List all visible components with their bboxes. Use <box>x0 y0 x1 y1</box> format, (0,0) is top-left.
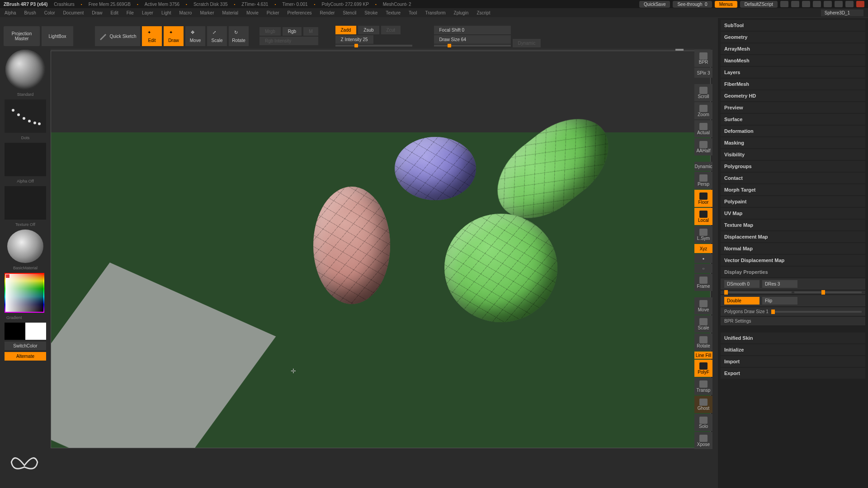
z-intensity-slider[interactable] <box>335 45 412 47</box>
m-button[interactable]: M <box>303 27 318 36</box>
draw-button[interactable]: ✦Draw <box>164 26 184 46</box>
panel-item[interactable]: ArrayMesh <box>721 43 865 54</box>
panel-item[interactable]: Unified Skin <box>721 333 865 343</box>
panel-item[interactable]: Geometry <box>721 32 865 42</box>
window-icon[interactable] <box>813 1 821 7</box>
mrgb-button[interactable]: Mrgb <box>259 27 281 36</box>
menu-item[interactable]: Material <box>222 10 239 15</box>
panel-item[interactable]: Contact <box>721 173 865 183</box>
switchcolor-button[interactable]: SwitchColor <box>5 342 46 350</box>
scale-button[interactable]: ⤢Scale <box>207 26 227 46</box>
drawsize-slider[interactable] <box>434 45 511 47</box>
draw-size[interactable]: Draw Size 64 <box>434 35 511 44</box>
actual-button[interactable]: Actual <box>694 120 712 137</box>
texture-slot[interactable] <box>5 186 46 220</box>
default-script[interactable]: DefaultZScript <box>740 1 778 8</box>
panel-item[interactable]: Geometry HD <box>721 90 865 101</box>
panel-item[interactable]: Displacement Map <box>721 231 865 242</box>
menu-item[interactable]: Brush <box>24 10 36 15</box>
dres-field[interactable]: DRes 3 <box>762 280 797 288</box>
polydraw-label[interactable]: Polygons Draw Size 1 <box>724 309 769 314</box>
close-icon[interactable] <box>856 1 864 7</box>
scale-nav-button[interactable]: Scale <box>694 315 712 333</box>
menu-item[interactable]: Tool <box>409 10 417 15</box>
lsym-button[interactable]: L.Sym <box>694 226 712 243</box>
panel-item[interactable]: Normal Map <box>721 243 865 254</box>
polydraw-slider[interactable] <box>771 311 862 313</box>
polyf-button[interactable]: PolyF <box>694 360 712 377</box>
ghost-button[interactable]: Ghost <box>694 396 712 413</box>
panel-item[interactable]: Preview <box>721 102 865 113</box>
flip-button[interactable]: Flip <box>762 297 797 305</box>
menu-item[interactable]: Edit <box>111 10 118 15</box>
frame-button[interactable]: Frame <box>694 274 712 291</box>
floor-button[interactable]: Floor <box>694 190 712 207</box>
linefill-button[interactable]: Line Fill <box>694 352 712 359</box>
z-intensity-label[interactable]: Z Intensity 25 <box>335 35 373 44</box>
focal-shift[interactable]: Focal Shift 0 <box>434 26 511 34</box>
panel-item[interactable]: Vector Displacement Map <box>721 255 865 266</box>
quicksave-button[interactable]: QuickSave <box>639 1 670 8</box>
viewport[interactable]: ✛ <box>51 51 711 448</box>
panel-item[interactable]: Export <box>721 368 865 379</box>
brush-thumbnail[interactable] <box>5 50 45 89</box>
zadd-button[interactable]: Zadd <box>335 26 357 34</box>
edit-button[interactable]: ✦Edit <box>142 26 162 46</box>
menu-item[interactable]: Layer <box>142 10 153 15</box>
circle-button[interactable]: ○ <box>694 264 712 273</box>
dres-slider[interactable] <box>794 291 862 293</box>
bpr-settings[interactable]: BPR Settings <box>721 317 865 325</box>
solo-button[interactable]: Solo <box>694 414 712 431</box>
panel-item[interactable]: Initialize <box>721 344 865 355</box>
rotate-nav-button[interactable]: Rotate <box>694 333 712 351</box>
dot-button[interactable]: ● <box>694 254 712 263</box>
panel-item[interactable]: Layers <box>721 67 865 78</box>
menu-item[interactable]: Alpha <box>5 10 16 15</box>
window-icon[interactable] <box>791 1 799 7</box>
transp-button[interactable]: Transp <box>694 378 712 395</box>
lightbox-button[interactable]: LightBox <box>42 26 73 46</box>
menu-item[interactable]: Zscript <box>476 10 490 15</box>
window-icon[interactable] <box>780 1 788 7</box>
panel-item[interactable]: Visibility <box>721 149 865 160</box>
dynamic-button[interactable]: Dynamic <box>513 39 541 47</box>
menu-item[interactable]: Picker <box>267 10 279 15</box>
xpose-button[interactable]: Xpose <box>694 432 712 449</box>
panel-item[interactable]: Texture Map <box>721 220 865 230</box>
zoom-button[interactable]: Zoom <box>694 102 712 119</box>
tool-dropdown[interactable]: Sphere3D_1 <box>821 9 863 16</box>
display-properties-header[interactable]: Display Properties <box>721 267 865 277</box>
menu-item[interactable]: File <box>127 10 134 15</box>
scroll-button[interactable]: Scroll <box>694 84 712 101</box>
panel-item[interactable]: UV Map <box>721 208 865 219</box>
menu-item[interactable]: Render <box>320 10 335 15</box>
rotate-button[interactable]: ↻Rotate <box>229 26 249 46</box>
rgb-intensity[interactable]: Rgb Intensity <box>259 37 318 45</box>
menu-item[interactable]: Color <box>44 10 55 15</box>
move-nav-button[interactable]: Move <box>694 297 712 314</box>
dynamic-toggle[interactable]: Dynamic <box>694 162 712 171</box>
zcut-button[interactable]: Zcut <box>381 26 401 34</box>
secondary-color[interactable] <box>5 323 46 340</box>
projection-master-button[interactable]: ProjectionMaster <box>4 26 40 46</box>
aahalf-button[interactable]: AAHalf <box>694 138 712 155</box>
alternate-button[interactable]: Alternate <box>5 352 46 361</box>
maximize-icon[interactable] <box>845 1 854 7</box>
panel-item[interactable]: Masking <box>721 137 865 148</box>
material-thumbnail[interactable] <box>7 230 43 263</box>
menus-button[interactable]: Menus <box>715 1 737 8</box>
spix-button[interactable]: SPix 3 <box>694 68 712 78</box>
menu-item[interactable]: Preferences <box>288 10 312 15</box>
gradient-label[interactable]: Gradient <box>5 314 46 321</box>
quicksketch-button[interactable]: Quick Sketch <box>95 26 140 46</box>
seethrough-button[interactable]: See-through 0 <box>673 1 712 8</box>
menu-item[interactable]: Document <box>63 10 84 15</box>
window-icon[interactable] <box>802 1 810 7</box>
panel-item[interactable]: FiberMesh <box>721 79 865 89</box>
panel-item[interactable]: Import <box>721 356 865 367</box>
menu-item[interactable]: Light <box>161 10 171 15</box>
panel-item[interactable]: Deformation <box>721 126 865 136</box>
zsub-button[interactable]: Zsub <box>358 26 379 34</box>
local-button[interactable]: Local <box>694 208 712 225</box>
menu-item[interactable]: Zplugin <box>454 10 469 15</box>
